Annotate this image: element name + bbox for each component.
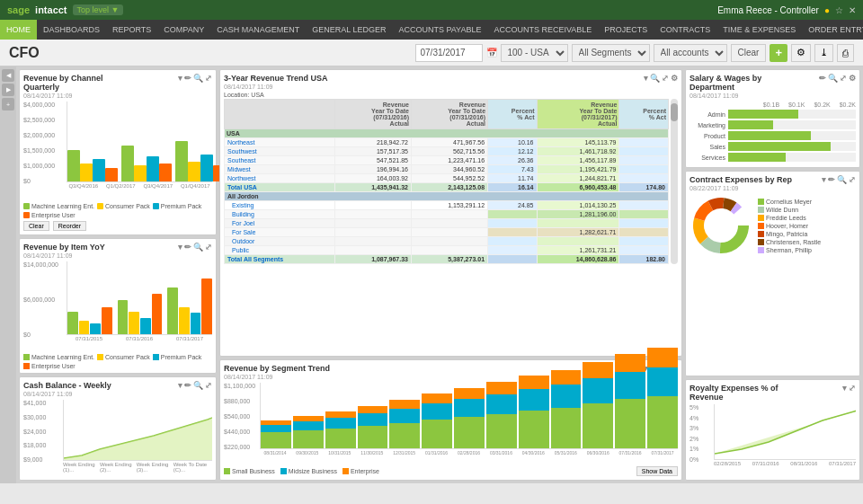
nav-item-ar[interactable]: ACCOUNTS RECEIVABLE — [487, 20, 598, 40]
nav-item-projects[interactable]: PROJECTS — [598, 20, 654, 40]
cash-line-chart — [64, 400, 212, 460]
x-label: 06/30/2016 — [583, 450, 613, 455]
widget-revenue-channel-subtitle: Quarterly — [23, 83, 103, 92]
row-label[interactable]: Midwest — [225, 165, 335, 174]
nav-item-ap[interactable]: ACCOUNTS PAYABLE — [392, 20, 487, 40]
legend-color — [758, 223, 764, 229]
settings-icon[interactable]: ⚙ — [671, 74, 678, 83]
add-button[interactable]: + — [770, 44, 787, 62]
nav-item-reports[interactable]: REPORTS — [106, 20, 157, 40]
seg-bar — [325, 411, 356, 448]
settings-icon[interactable]: ⚙ — [849, 74, 856, 83]
zoom-icon[interactable]: 🔍 — [828, 74, 838, 83]
filter-icon[interactable]: ▾ — [178, 243, 182, 252]
y-axis: 3% — [690, 425, 712, 431]
expand-icon[interactable]: ⤢ — [205, 74, 212, 83]
pencil-icon[interactable]: ✏ — [828, 175, 835, 184]
pencil-icon[interactable]: ✏ — [184, 243, 191, 252]
filter-icon[interactable]: ▾ — [842, 384, 847, 393]
nav-item-gl[interactable]: GENERAL LEDGER — [306, 20, 392, 40]
scroll-indicator[interactable] — [671, 99, 678, 264]
expand-icon[interactable]: ⤢ — [849, 384, 856, 393]
row-label[interactable]: Northwest — [225, 174, 335, 183]
row-label[interactable]: For Joel — [225, 219, 335, 228]
row-label[interactable]: Outdoor — [225, 237, 335, 246]
scroll-thumb[interactable] — [671, 103, 678, 121]
sidebar-icon-1[interactable]: ◀ — [2, 69, 14, 82]
row-label[interactable]: Existing — [225, 201, 335, 210]
row-label[interactable]: For Sale — [225, 228, 335, 237]
close-icon[interactable]: ✕ — [849, 5, 856, 15]
row-label[interactable]: Public — [225, 246, 335, 255]
x-label: 07/31/2016 — [117, 336, 162, 341]
donut-chart — [690, 194, 752, 257]
legend-eu — [23, 363, 30, 369]
row-label[interactable]: Northeast — [225, 138, 335, 147]
dept-label: Product — [690, 133, 725, 139]
dept-bar — [728, 110, 798, 119]
zoom-icon[interactable]: 🔍 — [193, 381, 203, 390]
account-filter[interactable]: All accounts — [654, 44, 727, 62]
legend-small — [224, 468, 230, 474]
gear-button[interactable]: ⚙ — [791, 44, 811, 62]
cell: 547,521.85 — [334, 156, 411, 165]
nav-item-contracts[interactable]: CONTRACTS — [654, 20, 716, 40]
calendar-icon[interactable]: 📅 — [486, 48, 497, 57]
sidebar-icon-2[interactable]: ▶ — [2, 84, 14, 96]
pencil-icon[interactable]: ✏ — [184, 381, 191, 390]
y-axis: $41,000 — [23, 400, 61, 406]
widget-royalty-expenses: Royalty Expenses % of Revenue ▾ ⤢ 5% 4% … — [685, 379, 860, 481]
segment-filter[interactable]: All Segments — [572, 44, 650, 62]
cell — [412, 219, 488, 228]
legend-color-cp — [97, 203, 103, 209]
cell — [619, 138, 669, 147]
filter-icon[interactable]: ▾ — [178, 381, 182, 390]
expand-icon[interactable]: ⤢ — [662, 74, 669, 83]
cell: 182.80 — [619, 255, 669, 264]
expand-icon[interactable]: ⤢ — [205, 381, 212, 390]
zoom-icon[interactable]: 🔍 — [193, 74, 203, 83]
filter-icon[interactable]: ▾ — [644, 74, 648, 83]
print-button[interactable]: ⎙ — [837, 44, 854, 62]
export-button[interactable]: ⤓ — [814, 44, 833, 62]
row-label[interactable]: Southwest — [225, 147, 335, 156]
nav-item-company[interactable]: COMPANY — [157, 20, 210, 40]
notification-icon[interactable]: ● — [824, 5, 830, 15]
legend-text: Premium Pack — [161, 354, 202, 360]
clear-button[interactable]: Clear — [731, 44, 767, 62]
top-level-badge[interactable]: Top level ▼ — [73, 4, 124, 15]
nav-item-home[interactable]: HOME — [0, 20, 37, 40]
nav-item-cash[interactable]: CASH MANAGEMENT — [210, 20, 306, 40]
total-label: Total All Segments — [225, 255, 335, 264]
filter-icon[interactable]: ▾ — [822, 175, 826, 184]
legend-text: Enterprise User — [31, 363, 76, 369]
expand-icon[interactable]: ⤢ — [840, 74, 847, 83]
clear-chart-button[interactable]: Clear — [23, 221, 49, 231]
legend-ent — [343, 468, 349, 474]
table-row: Southeast 547,521.85 1,223,471.16 26.36 … — [225, 156, 669, 165]
pencil-icon[interactable]: ✏ — [184, 74, 191, 83]
widget-revenue-channel-title: Revenue by Channel — [23, 74, 103, 83]
entity-filter[interactable]: 100 - USA — [501, 44, 568, 62]
star-icon[interactable]: ☆ — [835, 5, 843, 15]
col-header: Percent% Act — [488, 100, 538, 129]
nav-item-dashboards[interactable]: DASHBOARDS — [37, 20, 106, 40]
date-filter[interactable] — [415, 44, 483, 62]
zoom-icon[interactable]: 🔍 — [650, 74, 660, 83]
zoom-icon[interactable]: 🔍 — [837, 175, 847, 184]
nav-item-order[interactable]: ORDER ENTRY — [802, 20, 863, 40]
reorder-button[interactable]: Reorder — [53, 221, 86, 231]
row-label[interactable]: Southeast — [225, 156, 335, 165]
expand-icon[interactable]: ⤢ — [849, 175, 856, 184]
pencil-icon[interactable]: ✏ — [819, 74, 826, 83]
scale-label: $0.2K — [814, 102, 830, 108]
sidebar-icon-3[interactable]: + — [2, 98, 14, 111]
col-header — [225, 100, 335, 129]
legend-text: Enterprise — [351, 468, 379, 474]
show-data-button[interactable]: Show Data — [636, 466, 678, 476]
nav-item-time[interactable]: TIME & EXPENSES — [716, 20, 802, 40]
zoom-icon[interactable]: 🔍 — [193, 243, 203, 252]
expand-icon[interactable]: ⤢ — [205, 243, 212, 252]
row-label[interactable]: Building — [225, 210, 335, 219]
filter-icon[interactable]: ▾ — [178, 74, 182, 83]
